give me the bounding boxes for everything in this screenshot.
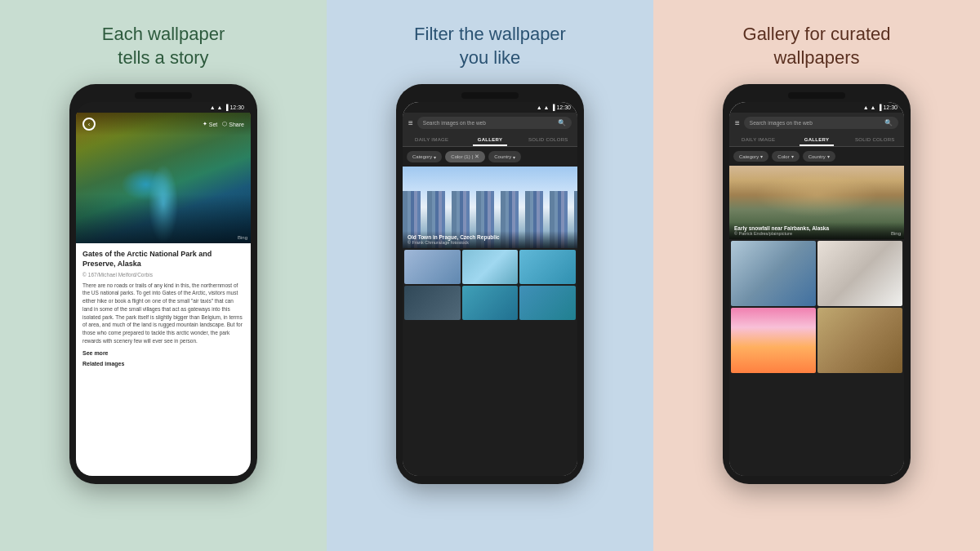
wallpaper-content: Gates of the Arctic National Park and Pr… — [76, 243, 251, 476]
time-display: 12:30 — [229, 104, 244, 110]
phone-3-status-bar: ▲ ▲ ▐ 12:30 — [729, 102, 904, 113]
copyright-icon: © — [82, 272, 87, 278]
main-gallery-image-3[interactable]: Early snowfall near Fairbanks, Alaska © … — [729, 166, 904, 239]
category-arrow-3: ▾ — [760, 153, 763, 159]
status-icons-3: ▲ ▲ ▐ 12:30 — [863, 104, 898, 110]
status-icons: ▲ ▲ ▐ 12:30 — [210, 104, 244, 110]
wallpaper-toolbar: ‹ ✦ Set ⬡ Share — [76, 113, 251, 136]
wifi-icon: ▲ — [217, 104, 223, 110]
bing-badge-3: Bing — [891, 231, 901, 236]
phone-2-dark-screen: ≡ Search images on the web 🔍 DAILY IMAGE… — [403, 113, 577, 476]
gallery-grid-2 — [403, 248, 577, 322]
gallery-area-3: Early snowfall near Fairbanks, Alaska © … — [729, 166, 904, 476]
color-label-2: Color (1) — [451, 154, 470, 159]
app-toolbar-3: ≡ Search images on the web 🔍 — [729, 113, 904, 133]
phone-1-notch — [135, 92, 192, 99]
gallery-grid-3 — [729, 239, 904, 375]
category-label-2: Category — [412, 154, 432, 159]
time-display-3: 12:30 — [883, 104, 898, 110]
phone-3-notch — [788, 92, 845, 99]
main-gallery-image-2[interactable]: Old Town in Prague, Czech Republic © Fra… — [403, 167, 577, 248]
gallery-thumb-3-2[interactable] — [817, 241, 902, 306]
color-filter-2[interactable]: Color (1) | ✕ — [445, 151, 485, 162]
time-display-2: 12:30 — [556, 104, 571, 110]
tab-daily-image-3[interactable]: DAILY IMAGE — [729, 133, 787, 146]
country-filter-2[interactable]: Country ▾ — [488, 151, 521, 162]
phone-1-screen: ▲ ▲ ▐ 12:30 ‹ ✦ Set — [76, 102, 251, 476]
wallpaper-credit: © 167/Michael Melford/Corbis — [82, 272, 244, 278]
search-bar-3[interactable]: Search images on the web 🔍 — [744, 117, 898, 129]
hamburger-icon-3[interactable]: ≡ — [735, 119, 740, 127]
search-bar-2[interactable]: Search images on the web 🔍 — [417, 117, 572, 129]
see-more-link[interactable]: See more — [82, 350, 244, 356]
battery-icon-3: ▐ — [878, 104, 882, 110]
wifi-icon-2: ▲ — [544, 104, 550, 110]
search-icon-2: 🔍 — [558, 119, 566, 127]
panel-2-title: Filter the wallpaper you like — [414, 23, 566, 69]
color-filter-3[interactable]: Color ▾ — [772, 151, 799, 162]
gallery-thumb-3-1[interactable] — [731, 241, 816, 306]
panel-1-title: Each wallpaper tells a story — [102, 23, 225, 69]
gallery-thumb-3-3[interactable] — [731, 308, 816, 373]
filter-row-2: Category ▾ Color (1) | ✕ Country ▾ — [403, 147, 577, 167]
gallery-thumb-4[interactable] — [404, 286, 461, 320]
tab-solid-colors-2[interactable]: SOLID COLORS — [519, 133, 577, 146]
related-images-title: Related images — [82, 361, 244, 367]
search-placeholder-2: Search images on the web — [423, 120, 486, 126]
category-filter-2[interactable]: Category ▾ — [407, 151, 442, 162]
search-placeholder-3: Search images on the web — [750, 120, 813, 126]
set-button[interactable]: ✦ Set — [203, 121, 218, 127]
signal-icon-3: ▲ — [863, 104, 869, 110]
country-label-2: Country — [494, 154, 511, 159]
tab-gallery-2[interactable]: GALLERY — [461, 133, 519, 146]
gallery-thumb-1[interactable] — [404, 250, 461, 284]
category-filter-3[interactable]: Category ▾ — [733, 151, 768, 162]
gallery-thumb-5[interactable] — [462, 286, 519, 320]
tab-solid-colors-3[interactable]: SOLID COLORS — [846, 133, 904, 146]
country-label-3: Country — [808, 154, 826, 159]
country-arrow-3: ▾ — [827, 153, 830, 159]
battery-icon-2: ▐ — [551, 104, 555, 110]
country-arrow-2: ▾ — [513, 154, 515, 160]
signal-icon: ▲ — [210, 104, 216, 110]
hamburger-icon-2[interactable]: ≡ — [408, 119, 413, 127]
toolbar-actions: ✦ Set ⬡ Share — [203, 121, 244, 127]
gallery-area-2: Old Town in Prague, Czech Republic © Fra… — [403, 167, 577, 476]
nav-tabs-3: DAILY IMAGE GALLERY SOLID COLORS — [729, 133, 904, 147]
wallpaper-description: There are no roads or trails of any kind… — [82, 282, 244, 345]
country-filter-3[interactable]: Country ▾ — [803, 151, 835, 162]
color-close-2[interactable]: ✕ — [474, 153, 479, 160]
back-button[interactable]: ‹ — [82, 118, 96, 131]
alaska-credit: © Patrick Endres/plainpicture — [734, 231, 899, 236]
gallery-thumb-3[interactable] — [519, 250, 576, 284]
bing-badge: Bing — [238, 235, 247, 240]
alaska-caption: Early snowfall near Fairbanks, Alaska © … — [729, 222, 904, 239]
tab-gallery-3[interactable]: GALLERY — [787, 133, 845, 146]
phone-2: ▲ ▲ ▐ 12:30 ≡ Search images on the web 🔍 — [396, 84, 584, 484]
gallery-thumb-3-4[interactable] — [817, 308, 902, 373]
phone-3-dark-screen: ≡ Search images on the web 🔍 DAILY IMAGE… — [729, 113, 904, 476]
alaska-title: Early snowfall near Fairbanks, Alaska — [734, 225, 899, 231]
set-icon: ✦ — [203, 121, 207, 127]
tab-daily-image-2[interactable]: DAILY IMAGE — [403, 133, 461, 146]
wifi-icon-3: ▲ — [871, 104, 876, 110]
phone-1: ▲ ▲ ▐ 12:30 ‹ ✦ Set — [69, 84, 257, 484]
panel-gallery: Gallery for curated wallpapers ▲ ▲ ▐ 12:… — [653, 0, 980, 551]
phone-3: ▲ ▲ ▐ 12:30 ≡ Search images on the web 🔍… — [723, 84, 911, 484]
share-icon: ⬡ — [222, 121, 227, 127]
color-label-3: Color — [777, 154, 789, 159]
gallery-thumb-6[interactable] — [519, 286, 576, 320]
color-arrow-3: ▾ — [791, 153, 794, 159]
panel-3-title: Gallery for curated wallpapers — [743, 23, 891, 69]
prague-caption: Old Town in Prague, Czech Republic © Fra… — [403, 231, 577, 248]
phone-2-status-bar: ▲ ▲ ▐ 12:30 — [403, 102, 577, 113]
share-button[interactable]: ⬡ Share — [222, 121, 244, 127]
gallery-thumb-2[interactable] — [462, 250, 519, 284]
status-icons-2: ▲ ▲ ▐ 12:30 — [537, 104, 571, 110]
phone-2-screen: ▲ ▲ ▐ 12:30 ≡ Search images on the web 🔍 — [403, 102, 577, 476]
category-arrow-2: ▾ — [434, 154, 436, 160]
wallpaper-image: ‹ ✦ Set ⬡ Share Bing — [76, 113, 251, 243]
prague-title: Old Town in Prague, Czech Republic — [408, 234, 572, 240]
panel-story: Each wallpaper tells a story ▲ ▲ ▐ 12:30… — [0, 0, 327, 551]
battery-icon: ▐ — [225, 104, 229, 110]
